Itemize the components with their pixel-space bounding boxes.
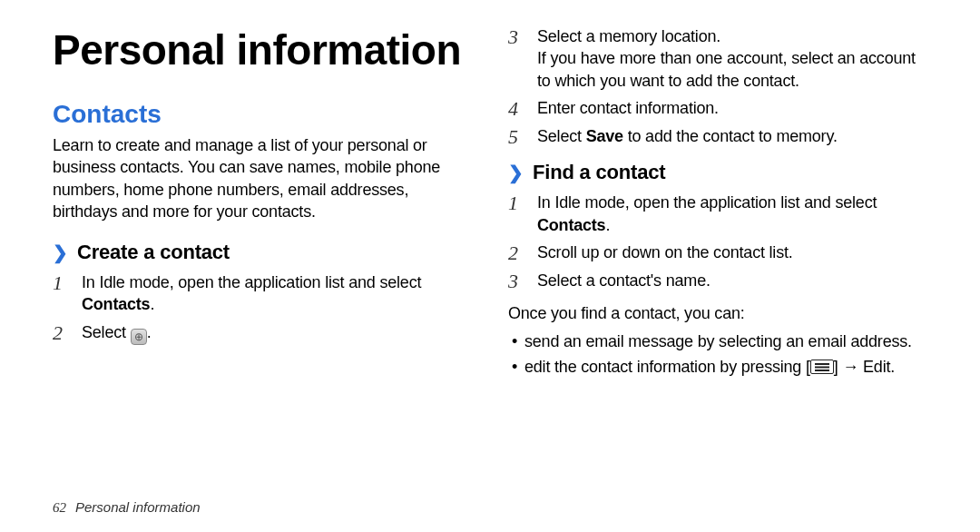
page-footer: 62 Personal information bbox=[53, 499, 201, 516]
page-title: Personal information bbox=[53, 25, 472, 74]
step-number: 1 bbox=[508, 192, 526, 214]
text: Select bbox=[537, 127, 586, 145]
create-step-5: 5 Select Save to add the contact to memo… bbox=[508, 125, 927, 148]
text: . bbox=[605, 216, 610, 234]
create-step-2: 2 Select ⊕. bbox=[53, 321, 472, 345]
find-step-3: 3 Select a contact's name. bbox=[508, 270, 927, 292]
text: . bbox=[147, 323, 152, 341]
chevron-right-icon: ❯ bbox=[53, 243, 68, 261]
find-step-2: 2 Scroll up or down on the contact list. bbox=[508, 241, 927, 264]
step-text: Scroll up or down on the contact list. bbox=[537, 241, 927, 263]
subsection-heading: Create a contact bbox=[77, 241, 230, 264]
bold-text: Edit bbox=[863, 358, 890, 376]
text: . bbox=[150, 295, 154, 313]
menu-icon bbox=[810, 360, 834, 374]
text: . bbox=[890, 358, 895, 376]
subsection-heading: Find a contact bbox=[533, 161, 665, 184]
create-step-4: 4 Enter contact information. bbox=[508, 97, 927, 120]
step-number: 2 bbox=[508, 241, 526, 264]
bullet-edit: edit the contact information by pressing… bbox=[510, 355, 927, 379]
create-step-1: 1 In Idle mode, open the application lis… bbox=[53, 271, 472, 316]
section-heading-contacts: Contacts bbox=[53, 100, 472, 129]
step-number: 3 bbox=[508, 25, 526, 48]
text: edit the contact information by pressing… bbox=[524, 358, 810, 376]
create-step-3: 3 Select a memory location. If you have … bbox=[508, 25, 927, 92]
chevron-right-icon: ❯ bbox=[508, 163, 524, 182]
bold-text: Contacts bbox=[537, 216, 605, 234]
arrow-icon: → bbox=[842, 358, 858, 376]
text: Select bbox=[82, 323, 131, 341]
bold-text: Contacts bbox=[82, 295, 150, 313]
page-number: 62 bbox=[53, 500, 66, 516]
step-text: Enter contact information. bbox=[537, 97, 927, 119]
step-text: Select a contact's name. bbox=[537, 270, 927, 291]
step-number: 3 bbox=[508, 270, 526, 292]
manual-page: Personal information Contacts Learn to c… bbox=[0, 0, 980, 532]
after-find-text: Once you find a contact, you can: bbox=[508, 302, 927, 324]
step-text: In Idle mode, open the application list … bbox=[82, 271, 472, 316]
subsection-find-contact: ❯ Find a contact bbox=[508, 161, 927, 184]
bullet-email: send an email message by selecting an em… bbox=[510, 330, 927, 353]
add-icon: ⊕ bbox=[131, 329, 147, 345]
step-number: 1 bbox=[53, 271, 71, 294]
text: ] bbox=[834, 358, 843, 376]
text: In Idle mode, open the application list … bbox=[537, 193, 877, 212]
contacts-intro: Learn to create and manage a list of you… bbox=[53, 134, 472, 222]
bold-text: Save bbox=[586, 127, 623, 145]
subsection-create-contact: ❯ Create a contact bbox=[53, 241, 472, 264]
text: If you have more than one account, selec… bbox=[537, 49, 916, 89]
two-column-layout: Personal information Contacts Learn to c… bbox=[53, 25, 927, 516]
step-number: 5 bbox=[508, 125, 526, 148]
right-column: 3 Select a memory location. If you have … bbox=[508, 25, 927, 516]
text: to add the contact to memory. bbox=[623, 127, 838, 145]
text: In Idle mode, open the application list … bbox=[82, 273, 421, 291]
step-text: Select Save to add the contact to memory… bbox=[537, 125, 927, 147]
step-text: In Idle mode, open the application list … bbox=[537, 192, 927, 236]
footer-label: Personal information bbox=[75, 499, 201, 515]
left-column: Personal information Contacts Learn to c… bbox=[53, 25, 472, 516]
action-bullets: send an email message by selecting an em… bbox=[508, 330, 927, 379]
step-number: 2 bbox=[53, 321, 71, 344]
step-text: Select ⊕. bbox=[82, 321, 472, 345]
step-number: 4 bbox=[508, 97, 526, 120]
step-text: Select a memory location. If you have mo… bbox=[537, 25, 927, 92]
find-step-1: 1 In Idle mode, open the application lis… bbox=[508, 192, 927, 236]
text: Select a memory location. bbox=[537, 27, 720, 45]
